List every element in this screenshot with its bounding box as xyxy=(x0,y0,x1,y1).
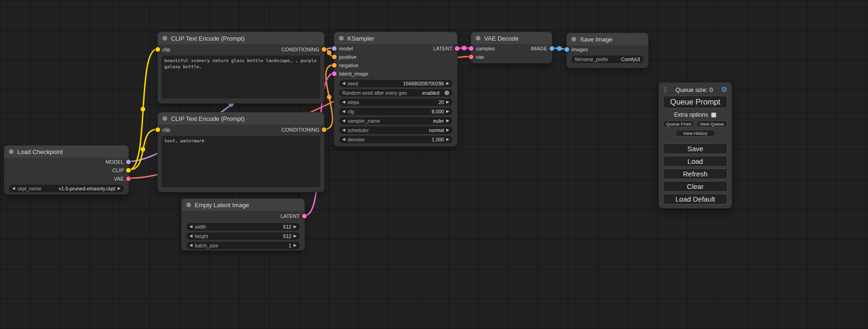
decrement-arrow-icon[interactable]: ◀ xyxy=(342,138,345,141)
node-ksampler[interactable]: KSampler model LATENT positive negative … xyxy=(334,32,458,147)
decrement-arrow-icon[interactable]: ◀ xyxy=(342,119,345,123)
widget-value: enabled xyxy=(422,90,439,96)
refresh-button[interactable]: Refresh xyxy=(663,168,727,179)
view-history-button[interactable]: View History xyxy=(675,130,716,137)
wire-clip-negative xyxy=(129,129,157,170)
filename-prefix-widget[interactable]: filename_prefix ComfyUI xyxy=(572,56,643,63)
link-midpoint-dot[interactable] xyxy=(141,107,145,112)
decrement-arrow-icon[interactable]: ◀ xyxy=(342,128,345,132)
link-midpoint-dot[interactable] xyxy=(327,95,332,99)
node-title-bar: Empty Latent Image xyxy=(182,199,304,211)
denoise-widget[interactable]: ◀ denoise 1.000 ▶ xyxy=(339,136,452,143)
sampler-name-widget[interactable]: ◀ sampler_name euler ▶ xyxy=(339,117,452,125)
collapse-dot[interactable] xyxy=(186,203,191,207)
widget-value: v1-5-pruned-emaonly.ckpt xyxy=(59,186,115,191)
input-dot-clip[interactable] xyxy=(155,127,160,132)
output-dot-image[interactable] xyxy=(550,46,554,51)
input-dot-images[interactable] xyxy=(565,47,569,52)
decrement-arrow-icon[interactable]: ◀ xyxy=(12,187,15,190)
increment-arrow-icon[interactable]: ▶ xyxy=(446,128,449,132)
increment-arrow-icon[interactable]: ▶ xyxy=(446,100,449,104)
node-save-image[interactable]: Save Image images filename_prefix ComfyU… xyxy=(566,33,649,68)
node-empty-latent-image[interactable]: Empty Latent Image LATENT ◀ width 512 ▶ … xyxy=(181,198,305,251)
decrement-arrow-icon[interactable]: ◀ xyxy=(342,100,345,104)
input-dot-latent-image[interactable] xyxy=(332,71,337,76)
batch-size-widget[interactable]: ◀ batch_size 1 ▶ xyxy=(186,242,300,249)
input-dot-model[interactable] xyxy=(332,46,337,51)
input-slot-label-images: images xyxy=(572,47,588,52)
toggle-knob[interactable] xyxy=(445,91,449,95)
node-clip-text-encode-negative[interactable]: CLIP Text Encode (Prompt) clip CONDITION… xyxy=(157,112,325,192)
width-widget[interactable]: ◀ width 512 ▶ xyxy=(186,223,300,231)
input-dot-positive[interactable] xyxy=(332,55,337,59)
input-dot-samples[interactable] xyxy=(469,46,473,51)
output-dot-latent[interactable] xyxy=(455,46,459,51)
random-seed-toggle-widget[interactable]: Random seed after every gen enabled xyxy=(339,89,452,97)
input-slot-label-negative: negative xyxy=(339,63,359,68)
cfg-widget[interactable]: ◀ cfg 8.000 ▶ xyxy=(339,108,452,115)
node-load-checkpoint[interactable]: Load Checkpoint MODEL CLIP VAE ◀ ckpt_na… xyxy=(4,145,129,195)
link-midpoint-dot[interactable] xyxy=(557,46,562,51)
decrement-arrow-icon[interactable]: ◀ xyxy=(190,244,192,247)
increment-arrow-icon[interactable]: ▶ xyxy=(446,119,449,123)
widget-label: width xyxy=(195,224,206,230)
output-slot-label-latent: LATENT xyxy=(433,46,452,51)
collapse-dot[interactable] xyxy=(162,36,167,41)
decrement-arrow-icon[interactable]: ◀ xyxy=(190,234,192,238)
collapse-dot[interactable] xyxy=(339,36,344,41)
output-dot-conditioning[interactable] xyxy=(322,127,326,132)
prompt-textarea[interactable]: beautiful scenery nature glass bottle la… xyxy=(162,56,320,98)
extra-options-checkbox[interactable] xyxy=(711,112,716,118)
input-dot-clip[interactable] xyxy=(155,47,160,52)
increment-arrow-icon[interactable]: ▶ xyxy=(294,225,296,229)
link-midpoint-dot[interactable] xyxy=(141,147,145,152)
increment-arrow-icon[interactable]: ▶ xyxy=(118,187,120,190)
widget-label: seed xyxy=(347,81,358,86)
decrement-arrow-icon[interactable]: ◀ xyxy=(190,225,192,229)
save-button[interactable]: Save xyxy=(663,143,727,154)
link-midpoint-dot[interactable] xyxy=(327,50,332,55)
clear-button[interactable]: Clear xyxy=(663,181,727,192)
decrement-arrow-icon[interactable]: ◀ xyxy=(342,82,345,85)
ckpt-name-widget[interactable]: ◀ ckpt_name v1-5-pruned-emaonly.ckpt ▶ xyxy=(9,185,124,192)
output-dot-latent[interactable] xyxy=(302,214,307,218)
collapse-dot[interactable] xyxy=(9,149,14,154)
collapse-dot[interactable] xyxy=(162,116,167,121)
menu-spacer xyxy=(663,137,727,141)
collapse-dot[interactable] xyxy=(572,37,576,42)
increment-arrow-icon[interactable]: ▶ xyxy=(446,138,449,141)
node-graph-canvas[interactable]: CLIP Text Encode (Prompt) clip CONDITION… xyxy=(0,0,868,329)
increment-arrow-icon[interactable]: ▶ xyxy=(446,82,449,85)
steps-widget[interactable]: ◀ steps 20 ▶ xyxy=(339,98,452,106)
node-vae-decode[interactable]: VAE Decode samples IMAGE vae xyxy=(471,32,552,63)
prompt-textarea[interactable]: text, watermark xyxy=(162,136,320,187)
increment-arrow-icon[interactable]: ▶ xyxy=(294,244,296,247)
input-dot-vae[interactable] xyxy=(469,55,473,59)
height-widget[interactable]: ◀ height 512 ▶ xyxy=(186,232,300,240)
queue-front-button[interactable]: Queue Front xyxy=(663,120,694,127)
load-button[interactable]: Load xyxy=(663,156,727,167)
node-clip-text-encode-positive[interactable]: CLIP Text Encode (Prompt) clip CONDITION… xyxy=(157,32,325,104)
load-default-button[interactable]: Load Default xyxy=(663,194,727,204)
output-dot-model[interactable] xyxy=(126,160,131,164)
increment-arrow-icon[interactable]: ▶ xyxy=(294,234,296,238)
collapse-dot[interactable] xyxy=(476,36,480,41)
seed-widget[interactable]: ◀ seed 156680208700286 ▶ xyxy=(339,80,452,87)
increment-arrow-icon[interactable]: ▶ xyxy=(446,110,449,113)
link-midpoint-dot[interactable] xyxy=(462,46,466,50)
node-title-bar: CLIP Text Encode (Prompt) xyxy=(158,112,324,125)
output-slot-label-model: MODEL xyxy=(106,159,124,165)
scheduler-widget[interactable]: ◀ scheduler normal ▶ xyxy=(339,126,452,134)
output-dot-conditioning[interactable] xyxy=(322,47,326,52)
queue-prompt-button[interactable]: Queue Prompt xyxy=(663,96,727,108)
output-dot-vae[interactable] xyxy=(126,176,131,181)
queue-actions-row: Queue Front View Queue xyxy=(663,120,727,127)
settings-gear-icon[interactable]: ⚙ xyxy=(721,85,727,94)
decrement-arrow-icon[interactable]: ◀ xyxy=(342,110,345,113)
node-title-bar: Load Checkpoint xyxy=(4,146,128,158)
drag-handle-icon[interactable]: ⣿ xyxy=(663,86,667,93)
output-dot-clip[interactable] xyxy=(126,168,131,173)
view-queue-button[interactable]: View Queue xyxy=(696,120,727,127)
input-slot-label-clip: clip xyxy=(162,47,170,52)
input-dot-negative[interactable] xyxy=(332,63,337,68)
